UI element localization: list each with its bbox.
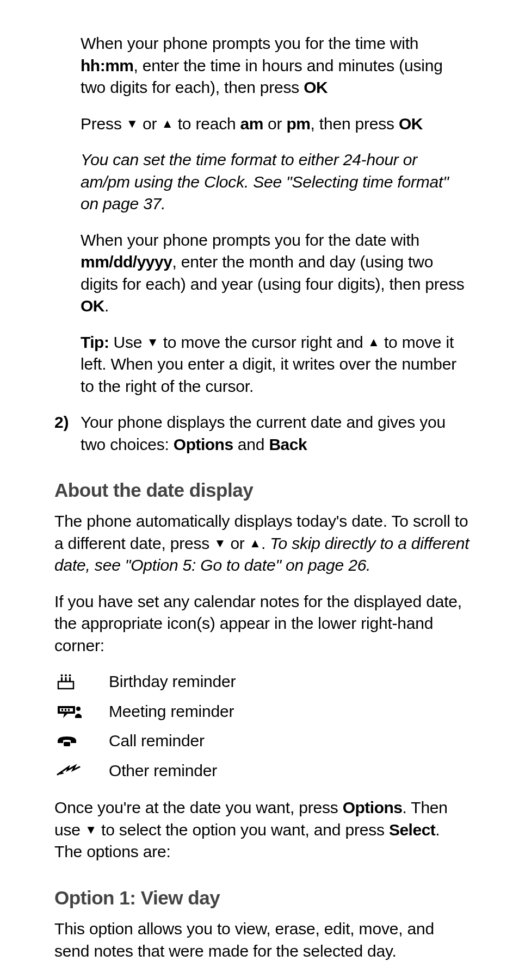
svg-rect-0	[58, 682, 73, 689]
up-triangle-icon: ▲	[249, 535, 261, 552]
paragraph-options-select: Once you're at the date you want, press …	[54, 797, 470, 863]
text: to select the option you want, and press	[97, 821, 389, 839]
paragraph-tip: Tip: Use ▼ to move the cursor right and …	[81, 332, 470, 398]
paragraph-time-format-note: You can set the time format to either 24…	[81, 149, 470, 215]
text: When your phone prompts you for the date…	[81, 231, 419, 249]
up-triangle-icon: ▲	[368, 334, 380, 351]
svg-rect-8	[61, 709, 63, 711]
label-ok: OK	[399, 115, 423, 133]
up-triangle-icon: ▲	[161, 116, 173, 132]
down-triangle-icon: ▼	[85, 822, 97, 838]
list-item: Birthday reminder	[54, 671, 470, 693]
svg-point-11	[76, 707, 81, 711]
down-triangle-icon: ▼	[146, 334, 158, 351]
down-triangle-icon: ▼	[214, 535, 226, 552]
label-tip: Tip:	[81, 333, 109, 351]
label-mmddyyyy: mm/dd/yyyy	[81, 253, 172, 271]
text: or	[263, 115, 287, 133]
label-options: Options	[343, 798, 403, 816]
step-text: Your phone displays the current date and…	[81, 411, 470, 455]
icon-label-birthday: Birthday reminder	[109, 671, 236, 693]
label-hhmm: hh:mm	[81, 57, 134, 74]
svg-rect-10	[68, 709, 70, 711]
label-am: am	[240, 115, 263, 133]
paragraph-date-display: The phone automatically displays today's…	[54, 510, 470, 577]
text: When your phone prompts you for the time…	[81, 34, 418, 52]
svg-rect-9	[65, 709, 66, 711]
text: to reach	[174, 115, 240, 133]
label-back: Back	[269, 435, 307, 453]
paragraph-calendar-notes: If you have set any calendar notes for t…	[54, 591, 470, 657]
text: , then press	[311, 115, 399, 133]
text: Use	[109, 333, 146, 351]
text: or	[226, 534, 249, 552]
text: .	[104, 297, 109, 315]
label-pm: pm	[287, 115, 311, 133]
text: Once you're at the date you want, press	[54, 798, 343, 816]
heading-option-1: Option 1: View day	[54, 885, 470, 910]
svg-rect-2	[65, 677, 67, 682]
label-ok: OK	[81, 297, 104, 315]
birthday-icon	[57, 674, 75, 690]
text: , enter the time in hours and minutes (u…	[81, 57, 443, 97]
svg-rect-12	[64, 742, 70, 746]
reminder-icon-list: Birthday reminder Meeting reminder Call …	[54, 671, 470, 782]
meeting-icon	[57, 704, 83, 719]
step-2: 2) Your phone displays the current date …	[54, 411, 470, 455]
list-item: Meeting reminder	[54, 701, 470, 723]
icon-label-meeting: Meeting reminder	[109, 701, 234, 723]
down-triangle-icon: ▼	[126, 116, 138, 132]
text: to move the cursor right and	[159, 333, 368, 351]
text: Press	[81, 115, 126, 133]
svg-point-6	[69, 674, 71, 676]
paragraph-view-day: This option allows you to view, erase, e…	[54, 918, 470, 962]
step-number: 2)	[54, 411, 81, 455]
text: and	[233, 435, 269, 453]
text: .	[261, 534, 270, 552]
paragraph-date-prompt: When your phone prompts you for the date…	[81, 229, 470, 317]
svg-point-4	[61, 674, 63, 676]
list-item: Other reminder	[54, 760, 470, 782]
label-ok: OK	[304, 78, 328, 96]
svg-point-5	[65, 674, 67, 676]
paragraph-ampm: Press ▼ or ▲ to reach am or pm, then pre…	[81, 113, 470, 135]
icon-label-call: Call reminder	[109, 730, 205, 752]
paragraph-time-prompt: When your phone prompts you for the time…	[81, 33, 470, 99]
list-item: Call reminder	[54, 730, 470, 752]
label-select: Select	[389, 821, 435, 839]
call-icon	[57, 735, 77, 747]
label-options: Options	[174, 435, 233, 453]
svg-rect-1	[61, 677, 63, 682]
heading-about-date-display: About the date display	[54, 477, 470, 503]
other-icon	[57, 764, 81, 778]
svg-rect-3	[69, 677, 71, 682]
icon-label-other: Other reminder	[109, 760, 217, 782]
text: or	[138, 115, 162, 133]
